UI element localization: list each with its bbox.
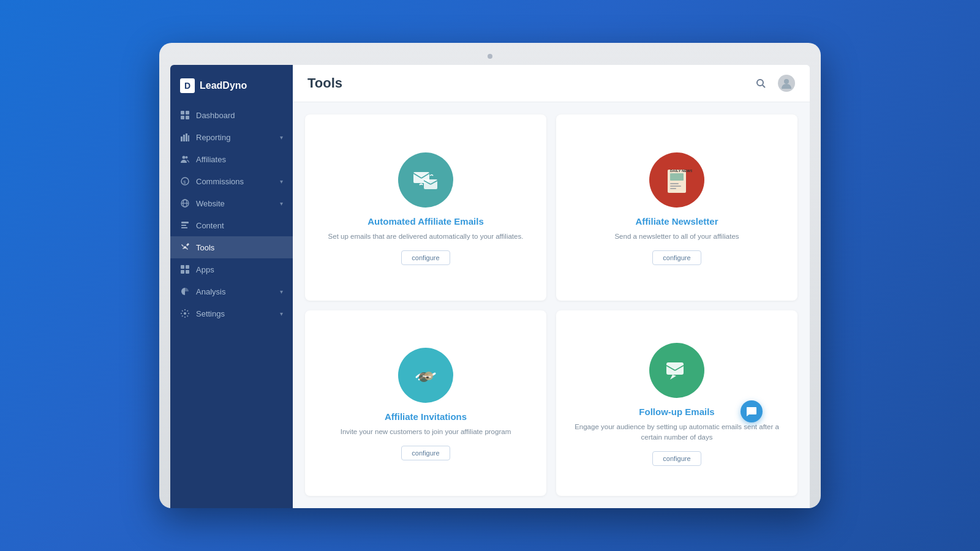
svg-text:$: $: [183, 179, 186, 185]
monitor-screen: D LeadDyno Dashboard Reporting: [170, 65, 810, 508]
followup-configure-button[interactable]: configure: [652, 451, 701, 466]
commissions-arrow: ▾: [280, 178, 283, 185]
sidebar-item-dashboard[interactable]: Dashboard: [170, 104, 293, 126]
sidebar-item-label-analysis: Analysis: [196, 287, 225, 296]
tools-icon: [180, 242, 190, 252]
tool-card-automated-emails: Automated Affiliate Emails Set up emails…: [305, 114, 546, 301]
commissions-icon: $: [180, 176, 190, 186]
tool-card-newsletter: DAILY NEWS Affiliate Newsletter Send a n…: [556, 114, 797, 301]
sidebar-item-commissions[interactable]: $ Commissions ▾: [170, 170, 293, 192]
svg-rect-2: [181, 116, 184, 119]
analysis-arrow: ▾: [280, 288, 283, 295]
analysis-icon: [180, 287, 190, 296]
sidebar-item-label-reporting: Reporting: [196, 133, 230, 142]
apps-icon: [180, 264, 190, 274]
svg-rect-15: [181, 222, 189, 223]
sidebar-item-label-tools: Tools: [196, 243, 214, 252]
monitor-outer: D LeadDyno Dashboard Reporting: [159, 43, 821, 508]
invitations-configure-button[interactable]: configure: [401, 446, 450, 460]
svg-rect-21: [181, 270, 184, 274]
svg-rect-36: [670, 186, 681, 187]
invitations-icon: [398, 348, 453, 403]
svg-point-24: [757, 80, 763, 86]
chat-bubble[interactable]: [741, 400, 763, 422]
followup-title: Follow-up Emails: [639, 407, 714, 417]
svg-point-8: [183, 156, 186, 159]
reporting-icon: [180, 132, 190, 142]
dashboard-icon: [180, 110, 190, 120]
newsletter-icon: DAILY NEWS: [649, 152, 704, 208]
sidebar-item-label-apps: Apps: [196, 265, 214, 274]
monitor-dot: [488, 54, 492, 59]
svg-rect-34: [670, 173, 684, 181]
svg-rect-5: [183, 135, 185, 141]
svg-point-9: [186, 156, 188, 159]
sidebar-item-apps[interactable]: Apps: [170, 258, 293, 280]
svg-rect-16: [181, 225, 186, 226]
followup-desc: Engage your audience by setting up autom…: [568, 422, 785, 443]
sidebar-item-reporting[interactable]: Reporting ▾: [170, 126, 293, 148]
svg-rect-17: [181, 227, 187, 228]
sidebar-item-affiliates[interactable]: Affiliates: [170, 148, 293, 170]
svg-rect-20: [186, 265, 189, 269]
invitations-desc: Invite your new customers to join your a…: [341, 427, 511, 437]
tool-card-invitations: Affiliate Invitations Invite your new cu…: [305, 310, 546, 497]
svg-rect-33: [668, 170, 686, 193]
settings-icon: [180, 309, 190, 318]
svg-rect-1: [186, 111, 189, 114]
affiliates-icon: [180, 154, 190, 164]
sidebar-item-label-content: Content: [196, 221, 224, 230]
svg-text:DAILY NEWS: DAILY NEWS: [670, 169, 692, 173]
svg-rect-0: [181, 111, 184, 114]
header-actions: [752, 75, 795, 92]
search-icon[interactable]: [752, 75, 769, 92]
sidebar-item-label-affiliates: Affiliates: [196, 155, 226, 164]
sidebar-item-settings[interactable]: Settings ▾: [170, 302, 293, 324]
svg-rect-35: [670, 183, 679, 184]
sidebar-item-label-dashboard: Dashboard: [196, 111, 235, 120]
page-header: Tools: [293, 65, 810, 102]
tools-grid: Automated Affiliate Emails Set up emails…: [293, 102, 810, 508]
automated-emails-configure-button[interactable]: configure: [401, 250, 450, 265]
svg-rect-37: [670, 188, 676, 189]
svg-line-25: [763, 85, 765, 88]
sidebar-item-website[interactable]: Website ▾: [170, 192, 293, 214]
svg-rect-6: [186, 133, 187, 141]
main-content: Tools: [293, 65, 810, 508]
svg-rect-41: [426, 377, 429, 378]
automated-emails-title: Automated Affiliate Emails: [368, 216, 483, 227]
svg-rect-3: [186, 116, 189, 119]
invitations-title: Affiliate Invitations: [385, 411, 467, 422]
automated-emails-desc: Set up emails that are delivered automat…: [328, 231, 524, 242]
followup-icon: [649, 343, 704, 398]
svg-point-26: [784, 79, 789, 84]
website-icon: [180, 198, 190, 208]
newsletter-title: Affiliate Newsletter: [635, 216, 718, 227]
reporting-arrow: ▾: [280, 134, 283, 141]
sidebar-item-tools[interactable]: Tools: [170, 236, 293, 258]
sidebar-item-content[interactable]: Content: [170, 214, 293, 236]
svg-rect-42: [666, 362, 684, 375]
tool-card-followup: Follow-up Emails Engage your audience by…: [556, 310, 797, 497]
page-title: Tools: [307, 75, 342, 91]
avatar[interactable]: [778, 75, 795, 92]
logo-icon: D: [180, 78, 195, 93]
newsletter-desc: Send a newsletter to all of your affilia…: [614, 231, 739, 242]
svg-rect-22: [186, 270, 189, 274]
chat-icon: [746, 406, 757, 417]
logo-text: LeadDyno: [200, 80, 247, 91]
settings-arrow: ▾: [280, 310, 283, 317]
content-icon: [180, 220, 190, 230]
sidebar-item-label-website: Website: [196, 199, 225, 208]
svg-rect-19: [181, 265, 184, 269]
sidebar: D LeadDyno Dashboard Reporting: [170, 65, 293, 508]
svg-rect-4: [181, 137, 183, 141]
sidebar-item-label-commissions: Commissions: [196, 177, 244, 186]
website-arrow: ▾: [280, 200, 283, 207]
newsletter-configure-button[interactable]: configure: [652, 250, 701, 265]
automated-emails-icon: [398, 152, 453, 208]
svg-point-23: [184, 312, 186, 315]
sidebar-item-analysis[interactable]: Analysis ▾: [170, 280, 293, 302]
svg-rect-7: [188, 135, 189, 141]
logo-area[interactable]: D LeadDyno: [170, 71, 293, 104]
